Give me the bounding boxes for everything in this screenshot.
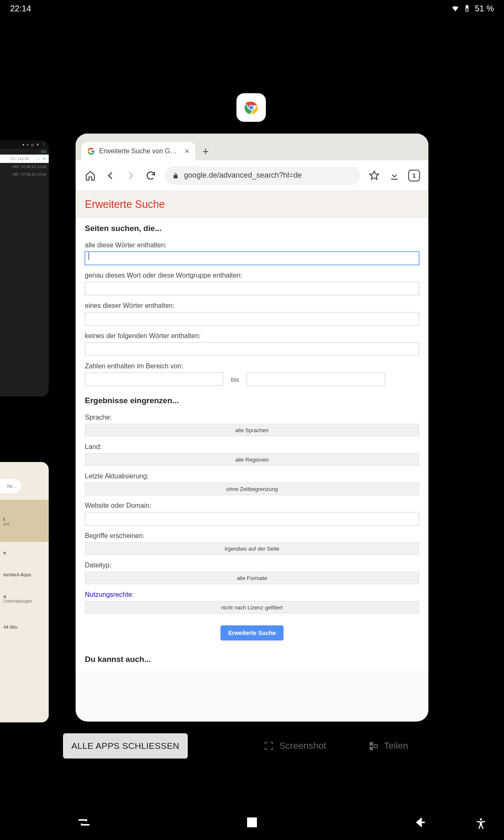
label-exact-phrase: genau dieses Wort oder diese Wortgruppe … (85, 272, 419, 279)
new-tab-button[interactable]: + (195, 142, 216, 160)
select-filetype[interactable]: alle Formate (85, 572, 419, 584)
browser-tab-active[interactable]: Erweiterte Suche von Google × (81, 142, 195, 160)
sc2-search-pill: hs… (0, 479, 21, 493)
label-terms-appear: Begriffe erscheinen: (85, 532, 419, 540)
label-none-words: keines der folgenden Wörter enthalten: (85, 332, 419, 340)
usage-rights-link[interactable]: Nutzungsrechte (85, 591, 132, 598)
input-range-from[interactable] (85, 373, 223, 386)
input-exact-phrase[interactable] (85, 282, 419, 295)
svg-rect-3 (370, 742, 373, 746)
search-icon: ⌕ (31, 142, 34, 147)
input-site[interactable] (85, 512, 419, 525)
share-button[interactable]: Teilen (368, 740, 408, 751)
sc1-counter: 0/2 (0, 149, 49, 155)
battery-percentage: 51 % (475, 4, 494, 13)
recents-actions: ALLE APPS SCHLIESSEN Screenshot Teilen (0, 733, 504, 759)
nav-back-button[interactable] (413, 815, 427, 831)
accessibility-button[interactable] (475, 817, 487, 832)
label-filetype: Dateityp: (85, 562, 419, 569)
sc2-body: e tandard-Apps n Unterhaltungen 44 Min. (0, 542, 49, 722)
sc2-header-block: t pot (0, 500, 49, 542)
label-site: Website oder Domain: (85, 502, 419, 509)
home-icon: ⌂ (37, 157, 39, 161)
forward-button (124, 169, 137, 182)
page-content: Erweiterte Suche Seiten suchen, die... a… (76, 191, 428, 671)
square-icon: ▫ (27, 142, 29, 147)
sc1-toolbar: 70 / 112.30 ⌂ ↻ (0, 155, 49, 163)
url-text: google.de/advanced_search?hl=de (184, 171, 302, 180)
range-separator: bis (231, 376, 239, 383)
tab-title: Erweiterte Suche von Google (99, 147, 179, 155)
label-language: Sprache: (85, 414, 419, 421)
screenshot-icon (263, 740, 274, 751)
sc1-line1: 70 / 112.30 (8, 157, 29, 161)
nav-recents-button[interactable] (77, 815, 91, 831)
label-number-range: Zahlen enthalten im Bereich von: (85, 362, 419, 370)
recents-card-background-app-1[interactable]: ▪ ▫ ⌕ × ⋮ 0/2 70 / 112.30 ⌂ ↻ +d5+ 27.06… (0, 140, 49, 396)
status-right: 51 % (451, 4, 494, 13)
svg-rect-4 (370, 747, 373, 750)
address-bar[interactable]: google.de/advanced_search?hl=de (165, 166, 360, 185)
select-last-update[interactable]: ohne Zeitbegrenzung (85, 483, 419, 495)
select-usage-rights[interactable]: nicht nach Lizenz gefiltert (85, 601, 419, 614)
recents-app-icon[interactable] (236, 93, 266, 122)
select-terms-appear[interactable]: irgendwo auf der Seite (85, 542, 419, 555)
svg-point-7 (480, 819, 482, 821)
reload-button[interactable] (144, 169, 157, 182)
nav-home-button[interactable] (245, 815, 259, 831)
select-country[interactable]: alle Regionen (85, 453, 419, 466)
system-nav-bar (0, 806, 504, 840)
sc1-row2: +d5+ 27.06.23 14:34 (0, 171, 49, 178)
tab-close-icon[interactable]: × (185, 147, 189, 156)
recents-card-background-app-2[interactable]: hs… t pot e tandard-Apps n Unterhaltunge… (0, 462, 49, 722)
label-all-words: alle diese Wörter enthalten: (85, 242, 419, 249)
label-country: Land: (85, 443, 419, 451)
home-button[interactable] (84, 169, 97, 182)
reload-icon: ↻ (43, 157, 46, 161)
tabs-count-button[interactable]: 1 (408, 170, 420, 181)
label-usage-rights: Nutzungsrechte: (85, 591, 419, 598)
browser-tabstrip: Erweiterte Suche von Google × + (76, 134, 428, 160)
section-narrow-results: Ergebnisse eingrenzen... (76, 390, 428, 411)
svg-rect-6 (248, 818, 256, 827)
google-favicon-icon (87, 147, 95, 155)
label-any-words: eines dieser Wörter enthalten: (85, 302, 419, 310)
section-find-pages: Seiten suchen, die... (76, 218, 428, 239)
section-you-can-also: Du kannst auch... (76, 648, 428, 671)
bookmark-button[interactable] (368, 169, 381, 182)
sc1-titlebar: ▪ ▫ ⌕ × ⋮ (0, 140, 49, 149)
close-icon: × (37, 142, 39, 147)
status-bar: 22:14 51 % (0, 0, 504, 17)
battery-icon (463, 4, 471, 13)
status-time: 22:14 (10, 4, 31, 13)
chrome-icon (242, 99, 260, 116)
wifi-icon (451, 4, 459, 13)
back-button[interactable] (104, 169, 117, 182)
page-title: Erweiterte Suche (76, 191, 428, 218)
input-range-to[interactable] (247, 373, 385, 386)
recents-card-chrome[interactable]: Erweiterte Suche von Google × + google.d… (76, 134, 428, 722)
input-all-words[interactable] (85, 252, 419, 265)
downloads-button[interactable] (388, 169, 401, 182)
advanced-search-submit-button[interactable]: Erweiterte Suche (220, 625, 284, 640)
select-language[interactable]: alle Sprachen (85, 424, 419, 436)
input-any-words[interactable] (85, 312, 419, 326)
screenshot-button[interactable]: Screenshot (263, 740, 326, 751)
label-last-update: Letzte Aktualisierung: (85, 472, 419, 480)
browser-toolbar: google.de/advanced_search?hl=de 1 (76, 160, 428, 191)
share-icon (368, 740, 379, 751)
lock-icon (172, 172, 179, 179)
sc1-row1: +d5+ 27.06.23 13:15 (0, 163, 49, 171)
close-all-apps-button[interactable]: ALLE APPS SCHLIESSEN (63, 733, 188, 759)
folder-icon: ▪ (23, 142, 24, 147)
menu-icon: ⋮ (42, 142, 46, 147)
svg-rect-5 (374, 745, 378, 748)
input-none-words[interactable] (85, 342, 419, 356)
